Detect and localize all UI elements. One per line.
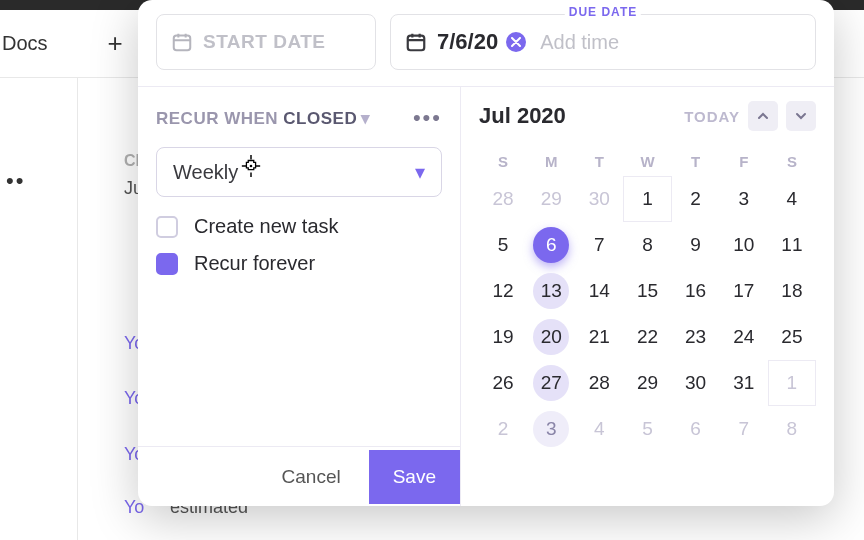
docs-button[interactable]: Docs (2, 32, 48, 55)
calendar-day[interactable]: 9 (672, 222, 720, 268)
weekday-header: SMTWTFS (479, 147, 816, 176)
due-date-value: 7/6/20 (437, 29, 498, 55)
prev-month-button[interactable] (748, 101, 778, 131)
create-new-task-label: Create new task (194, 215, 339, 238)
calendar-icon (171, 31, 193, 53)
clear-due-date-button[interactable] (506, 32, 526, 52)
svg-rect-0 (174, 36, 191, 51)
calendar-day[interactable]: 20 (527, 314, 575, 360)
calendar-day[interactable]: 18 (768, 268, 816, 314)
recur-forever-label: Recur forever (194, 252, 315, 275)
calendar-day[interactable]: 3 (720, 176, 768, 222)
due-date-input[interactable]: DUE DATE 7/6/20 Add time (390, 14, 816, 70)
calendar-day[interactable]: 25 (768, 314, 816, 360)
calendar-day[interactable]: 29 (623, 360, 671, 406)
calendar-day[interactable]: 2 (479, 406, 527, 452)
calendar-day[interactable]: 30 (672, 360, 720, 406)
calendar-grid: 2829301234567891011121314151617181920212… (479, 176, 816, 452)
calendar-day[interactable]: 5 (623, 406, 671, 452)
calendar-day[interactable]: 17 (720, 268, 768, 314)
weekday-label: S (768, 147, 816, 176)
calendar-day[interactable]: 27 (527, 360, 575, 406)
calendar-day[interactable]: 28 (575, 360, 623, 406)
calendar-day[interactable]: 16 (672, 268, 720, 314)
calendar-day[interactable]: 7 (720, 406, 768, 452)
weekday-label: W (623, 147, 671, 176)
start-date-input[interactable]: START DATE (156, 14, 376, 70)
calendar-day[interactable]: 6 (527, 222, 575, 268)
calendar-day[interactable]: 1 (623, 176, 671, 222)
calendar-day[interactable]: 5 (479, 222, 527, 268)
calendar-day[interactable]: 8 (623, 222, 671, 268)
recur-frequency-select[interactable]: Weekly ▾ (156, 147, 442, 197)
recur-forever-checkbox[interactable] (156, 253, 178, 275)
due-date-label: DUE DATE (565, 5, 641, 19)
next-month-button[interactable] (786, 101, 816, 131)
calendar-day[interactable]: 1 (768, 360, 816, 406)
calendar-day[interactable]: 12 (479, 268, 527, 314)
calendar-day[interactable]: 14 (575, 268, 623, 314)
weekday-label: F (720, 147, 768, 176)
close-icon (511, 37, 521, 47)
calendar-day[interactable]: 6 (672, 406, 720, 452)
weekday-label: S (479, 147, 527, 176)
calendar-day[interactable]: 19 (479, 314, 527, 360)
calendar-day[interactable]: 30 (575, 176, 623, 222)
save-button[interactable]: Save (369, 450, 460, 504)
cancel-button[interactable]: Cancel (264, 456, 359, 498)
weekday-label: T (575, 147, 623, 176)
calendar-day[interactable]: 11 (768, 222, 816, 268)
recur-when-dropdown[interactable]: RECUR WHEN CLOSED▾ (156, 108, 371, 129)
recur-panel: RECUR WHEN CLOSED▾ ••• Weekly ▾ Create n… (138, 86, 460, 506)
weekday-label: M (527, 147, 575, 176)
calendar-icon (405, 31, 427, 53)
calendar-day[interactable]: 28 (479, 176, 527, 222)
calendar-day[interactable]: 15 (623, 268, 671, 314)
calendar-day[interactable]: 21 (575, 314, 623, 360)
today-button[interactable]: TODAY (684, 108, 740, 125)
calendar-day[interactable]: 24 (720, 314, 768, 360)
calendar-month-title: Jul 2020 (479, 103, 566, 129)
recur-frequency-value: Weekly (173, 161, 238, 184)
calendar-day[interactable]: 13 (527, 268, 575, 314)
recur-options-button[interactable]: ••• (413, 105, 442, 131)
create-new-task-checkbox[interactable] (156, 216, 178, 238)
calendar-panel: Jul 2020 TODAY SMTWTFS 28293012345678910… (460, 86, 834, 506)
calendar-day[interactable]: 4 (768, 176, 816, 222)
date-recur-modal: START DATE DUE DATE 7/6/20 Add time RECU… (138, 0, 834, 506)
calendar-day[interactable]: 31 (720, 360, 768, 406)
add-button[interactable]: + (108, 28, 123, 59)
calendar-day[interactable]: 8 (768, 406, 816, 452)
calendar-day[interactable]: 26 (479, 360, 527, 406)
left-gutter (0, 78, 78, 540)
add-time-button[interactable]: Add time (540, 31, 619, 54)
calendar-day[interactable]: 10 (720, 222, 768, 268)
calendar-day[interactable]: 22 (623, 314, 671, 360)
more-icon[interactable]: •• (6, 168, 25, 194)
svg-rect-1 (408, 36, 425, 51)
start-date-placeholder: START DATE (203, 31, 326, 53)
calendar-day[interactable]: 3 (527, 406, 575, 452)
calendar-day[interactable]: 2 (672, 176, 720, 222)
calendar-day[interactable]: 29 (527, 176, 575, 222)
chevron-down-icon: ▾ (415, 160, 425, 184)
chevron-up-icon (757, 110, 769, 122)
calendar-day[interactable]: 23 (672, 314, 720, 360)
calendar-day[interactable]: 7 (575, 222, 623, 268)
modal-footer: Cancel Save (138, 446, 460, 506)
chevron-down-icon (795, 110, 807, 122)
weekday-label: T (672, 147, 720, 176)
calendar-day[interactable]: 4 (575, 406, 623, 452)
